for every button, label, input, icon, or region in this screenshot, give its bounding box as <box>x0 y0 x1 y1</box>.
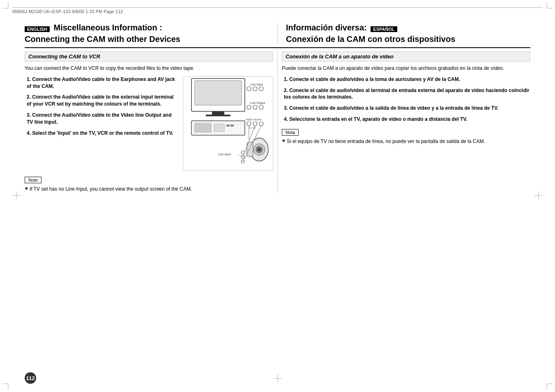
title-spanish: Información diversa: ESPAÑOL Conexión de… <box>278 23 530 44</box>
spanish-badge: ESPAÑOL <box>371 26 397 32</box>
spanish-note-text: Si el equipo de TV no tiene entrada de l… <box>282 138 530 145</box>
spanish-step-4: 4. Seleccione la entrada en el TV, apara… <box>282 116 530 123</box>
svg-text:Line Input: Line Input <box>250 83 263 86</box>
english-section-header: Connecting the CAM to VCR <box>25 51 273 62</box>
header-bar: 00906J M2100 UK+ESP-133 9/8/05 1:33 PM P… <box>12 7 543 14</box>
svg-line-40 <box>238 155 243 157</box>
spanish-step-2: 2. Conecte el cable de audio/vídeo al te… <box>282 87 530 101</box>
english-steps-list: 1. Connect the Audio/Video cable to the … <box>25 76 179 171</box>
svg-rect-22 <box>230 125 234 127</box>
svg-text:VIDEO  AUDIO: VIDEO AUDIO <box>246 118 262 121</box>
spanish-title-line1: Información diversa: <box>286 23 367 32</box>
english-note-section: Note If TV set has no Line Input, you ca… <box>25 177 273 193</box>
two-col-body: Connecting the CAM to VCR You can connec… <box>25 48 530 193</box>
crosshair-left <box>12 191 21 201</box>
english-step-3: 3. Connect the Audio/Video cable to the … <box>25 112 179 126</box>
spanish-description: Puede conectar la CAM a un aparato de ví… <box>282 65 530 72</box>
svg-point-11 <box>253 87 257 91</box>
spanish-step-1: 1. Conecte el cable de audio/vídeo a la … <box>282 76 530 83</box>
svg-rect-7 <box>195 81 242 105</box>
svg-point-10 <box>247 87 251 91</box>
svg-rect-21 <box>226 125 230 127</box>
english-title-line1: Miscellaneous Information : <box>54 23 162 32</box>
page-number: 112 <box>25 372 36 384</box>
english-step-1: 1. Connect the Audio/Video cable to the … <box>25 76 179 90</box>
svg-rect-20 <box>214 124 224 131</box>
svg-point-25 <box>259 122 263 126</box>
diagram-svg: Line Input Line Output <box>183 76 273 171</box>
svg-point-23 <box>247 122 251 126</box>
main-content: ENGLISH Miscellaneous Information : Conn… <box>25 23 530 367</box>
crosshair-right <box>534 191 543 201</box>
page-container: 00906J M2100 UK+ESP-133 9/8/05 1:33 PM P… <box>0 0 555 392</box>
english-step-4: 4. Select the 'Input' on the TV, VCR or … <box>25 130 179 137</box>
col-left: Connecting the CAM to VCR You can connec… <box>25 48 278 193</box>
header-text: 00906J M2100 UK+ESP-133 9/8/05 1:33 PM P… <box>12 9 543 14</box>
spanish-step-3: 3. Conecte el cable de audio/vídeo a la … <box>282 105 530 112</box>
reg-mark-top-right <box>541 2 553 14</box>
spanish-note-badge: Nota <box>282 129 299 136</box>
svg-point-24 <box>253 122 257 126</box>
english-steps-area: 1. Connect the Audio/Video cable to the … <box>25 76 273 171</box>
english-title-line2: Connecting the CAM with other Devices <box>25 34 269 44</box>
english-badge: ENGLISH <box>25 26 50 32</box>
title-english: ENGLISH Miscellaneous Information : Conn… <box>25 23 278 44</box>
svg-text:Line Output: Line Output <box>250 101 265 105</box>
svg-rect-8 <box>212 111 224 115</box>
svg-point-13 <box>247 105 251 109</box>
english-note-text: If TV set has no Line Input, you cannot … <box>25 186 273 193</box>
english-description: You can connect the CAM to VCR to copy t… <box>25 65 273 72</box>
title-section: ENGLISH Miscellaneous Information : Conn… <box>25 23 530 48</box>
crosshair-bottom <box>274 374 282 384</box>
svg-point-31 <box>258 148 261 151</box>
svg-point-15 <box>259 105 263 109</box>
svg-rect-9 <box>206 115 230 116</box>
spanish-steps-list: 1. Conecte el cable de audio/vídeo a la … <box>282 76 530 123</box>
english-step-2: 2. Connect the Audio/Video cable to the … <box>25 94 179 108</box>
svg-point-12 <box>259 87 263 91</box>
reg-mark-bottom-right <box>541 378 553 390</box>
svg-rect-19 <box>195 123 211 132</box>
spanish-note-section: Nota Si el equipo de TV no tiene entrada… <box>282 129 530 145</box>
connection-diagram: Line Input Line Output <box>183 76 273 171</box>
svg-text:(L)    (R): (L) (R) <box>249 127 256 129</box>
reg-mark-bottom-left <box>2 378 14 390</box>
spanish-title-line2: Conexión de la CAM con otros dispositivo… <box>286 34 530 44</box>
spanish-section-header: Conexión de la CAM a un aparato de vídeo <box>282 51 530 62</box>
col-right: Conexión de la CAM a un aparato de vídeo… <box>278 48 530 193</box>
svg-point-14 <box>253 105 257 109</box>
english-note-badge: Note <box>25 177 41 183</box>
svg-text:Line Input: Line Input <box>218 153 231 156</box>
reg-mark-top-left <box>2 2 14 14</box>
